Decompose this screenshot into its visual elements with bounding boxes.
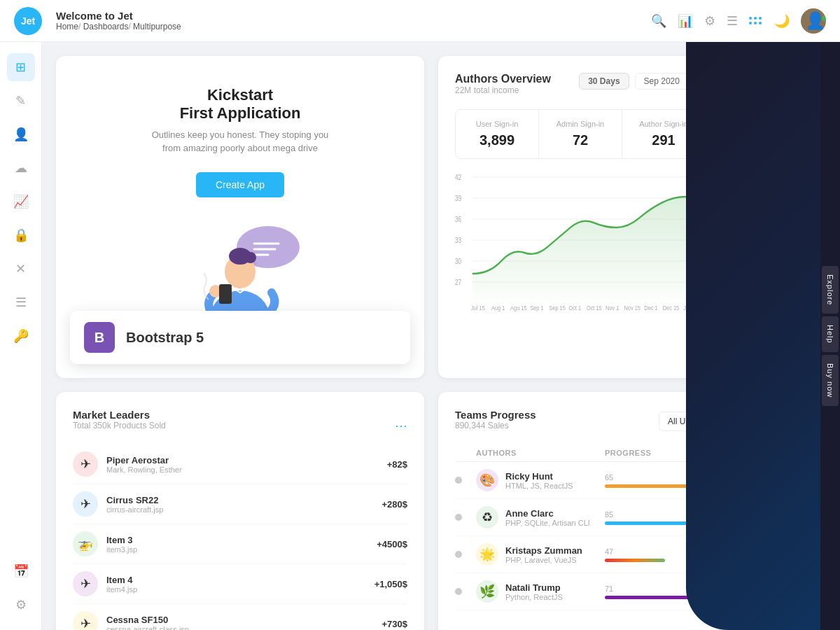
avatar[interactable]: 👤 [801,8,826,34]
logo: Jet [14,7,42,35]
sidebar-item-lock[interactable]: 🔒 [7,221,35,249]
market-subtitle: Total 350k Products Sold [73,421,166,430]
market-icon-cessna: ✈ [73,611,98,630]
period-tabs: 30 Days Sep 2020 Oct 2020 More [579,73,790,90]
teams-subtitle: 890,344 Sales [455,421,536,430]
page-title: Welcome to Jet [56,10,651,22]
market-info-item3: Item 3 item3.jsp [106,535,377,554]
team-row: 🌿 Natali Trump Python, ReactJS 71 View [455,573,790,610]
period-tab-more[interactable]: More [752,73,790,90]
stat-admin-signin: Admin Sign-in 72 [539,110,622,158]
bootstrap-banner: B Bootstrap 5 [70,311,410,364]
buy-now-button[interactable]: Buy now [822,355,839,406]
svg-text:Jan 1: Jan 1 [683,304,696,312]
team-avatar: 🎨 [476,469,498,491]
progress-pct: 71 [605,584,734,593]
progress-pct: 47 [605,547,734,556]
row-checkbox[interactable] [455,588,462,595]
filter-row: All Users ▼ 🔍 Search [659,412,790,431]
team-row: ♻ Anne Clarc PHP, SQLite, Artisan CLI 85… [455,499,790,536]
svg-text:Oct 1: Oct 1 [568,304,581,312]
view-button[interactable]: View [734,547,790,561]
sidebar-item-key[interactable]: 🔑 [7,322,35,350]
team-name: Kristaps Zumman [505,545,582,556]
row-checkbox[interactable] [455,477,462,484]
market-icon-item3: 🚁 [73,531,98,556]
market-item: ✈ Piper Aerostar Mark, Rowling, Esther +… [73,444,407,484]
svg-text:Nov 15: Nov 15 [624,304,640,312]
market-item: ✈ Cirrus SR22 cirrus-aircraft.jsp +280$ [73,484,407,524]
svg-text:Feb 1: Feb 1 [718,304,731,312]
all-users-select[interactable]: All Users ▼ [659,412,723,431]
market-info-piper: Piper Aerostar Mark, Rowling, Esther [106,455,387,474]
chart-icon[interactable]: 📊 [678,13,693,29]
more-options-icon[interactable]: ⋯ [395,418,407,433]
kickstart-title: Kickstart First Application [180,86,301,122]
period-tab-oct2020[interactable]: Oct 2020 [694,73,747,90]
svg-text:Agu 15: Agu 15 [510,304,527,312]
svg-text:Dec 15: Dec 15 [663,304,680,312]
team-tech: Python, ReactJS [505,593,563,601]
chevron-down-icon: ▼ [706,416,714,426]
help-button[interactable]: Help [822,316,839,352]
period-tab-sep2020[interactable]: Sep 2020 [635,73,689,90]
search-box[interactable]: 🔍 Search [730,412,790,431]
view-button[interactable]: View [734,473,790,487]
sidebar-item-menu[interactable]: ☰ [7,288,35,316]
market-value-piper: +82$ [387,459,407,470]
stat-author-signin: Author Sign-in 291 [622,110,706,158]
row-checkbox[interactable] [455,551,462,558]
svg-text:Dec 1: Dec 1 [644,304,658,312]
market-icon-cirrus: ✈ [73,491,98,517]
sidebar-item-editor[interactable]: ✎ [7,87,35,115]
main-content: Kickstart First Application Outlines kee… [42,42,820,630]
market-value-item4: +1,050$ [374,579,407,589]
team-name: Natali Trump [505,582,563,593]
market-item: 🚁 Item 3 item3.jsp +4500$ [73,524,407,564]
grid-icon[interactable] [749,17,763,24]
svg-text:Jul 15: Jul 15 [471,304,485,312]
market-value-item3: +4500$ [377,539,407,550]
team-avatar: ♻ [476,506,498,528]
dark-mode-icon[interactable]: 🌙 [774,13,790,29]
svg-text:Nov 1: Nov 1 [606,304,620,312]
view-button[interactable]: View [734,510,790,524]
sidebar-item-charts[interactable]: 📈 [7,188,35,216]
svg-rect-10 [219,284,232,304]
authors-title: Authors Overview [455,73,551,85]
progress-pct: 65 [605,473,734,482]
progress-pct: 85 [605,510,734,519]
row-checkbox[interactable] [455,514,462,521]
stat-user-signin: User Sign-in 3,899 [456,110,539,158]
bootstrap-icon: B [84,322,115,353]
svg-text:39: 39 [455,195,461,202]
create-app-button[interactable]: Create App [196,172,284,197]
sidebar-item-close[interactable]: ✕ [7,255,35,283]
svg-point-8 [245,252,256,263]
header-title: Welcome to Jet Home/ Dashboards/ Multipu… [56,10,651,31]
view-button[interactable]: View [734,584,790,598]
sidebar-item-dashboard[interactable]: ⊞ [7,53,35,81]
market-value-cirrus: +280$ [382,499,407,510]
settings-icon[interactable]: ⚙ [704,13,715,29]
sidebar-item-calendar[interactable]: 📅 [7,557,35,585]
progress-bar [605,559,665,562]
table-header: AUTHORS PROGRESS ACTION [455,444,790,462]
period-tab-30days[interactable]: 30 Days [579,73,629,90]
sidebar-item-cloud[interactable]: ☁ [7,154,35,182]
sidebar: ⊞ ✎ 👤 ☁ 📈 🔒 ✕ ☰ 🔑 📅 ⚙ [0,42,42,630]
sidebar-item-users[interactable]: 👤 [7,120,35,148]
menu-icon[interactable]: ☰ [727,13,738,29]
kickstart-card: Kickstart First Application Outlines kee… [56,56,424,378]
market-icon-item4: ✈ [73,571,98,596]
bootstrap-text: Bootstrap 5 [126,330,204,346]
team-avatar: 🌿 [476,580,498,603]
search-icon[interactable]: 🔍 [651,13,666,29]
team-row: 🌟 Kristaps Zumman PHP, Laravel, VueJS 47… [455,536,790,573]
explore-button[interactable]: Explore [822,266,839,314]
stats-row: User Sign-in 3,899 Admin Sign-in 72 Auth… [455,109,790,159]
market-item-cessna: ✈ Cessna SF150 cessna-aircraft-class.jsp… [73,604,407,630]
sidebar-item-settings[interactable]: ⚙ [7,591,35,619]
search-icon: 🔍 [739,416,750,426]
market-card: Market Leaders Total 350k Products Sold … [56,392,424,630]
